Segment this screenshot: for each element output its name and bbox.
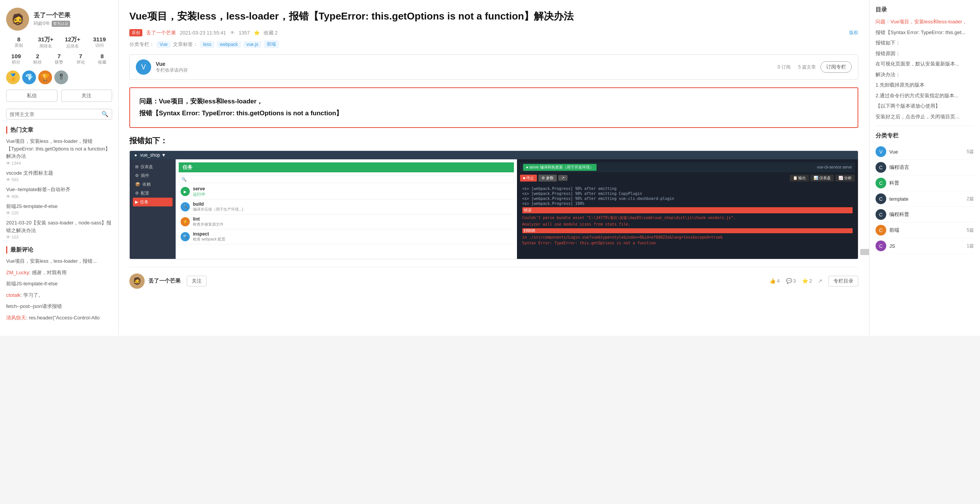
hot-article-link-2[interactable]: vscode 文件图标主题 [6,170,53,176]
task-lint-info: lint 检查并修复源文件 [193,216,223,227]
hot-article-item-3: Vue--template标签--自动补齐 👁 406 [6,186,112,199]
problem-box: 问题：Vue项目，安装less和less-loader， 报错【Syntax E… [129,87,858,128]
output-line-1: <s> [webpack.Progress] 98% after emittin… [522,186,853,191]
toc-item-10[interactable]: 安装好之后，点击停止，关闭项目页... [876,113,974,121]
private-message-button[interactable]: 私信 [6,90,57,102]
stop-button[interactable]: ■ 停止 [520,175,537,182]
tag-link-vue[interactable]: Vue [157,41,171,48]
toc-item-3[interactable]: 报错如下： [876,39,974,47]
dashboard-icon: ⊞ [135,164,139,169]
tasks-icon: ▶ [135,200,138,205]
nav-deps[interactable]: 📦依赖 [133,180,173,189]
hot-article-link-1[interactable]: Vue项目，安装less，less-loader，报错【TypeError: t… [6,138,110,159]
classify-item-vue[interactable]: V Vue 5篇 [876,144,974,160]
hot-article-item-5: 2021-03-20【安装 sass-loader，node-sass】报错之解… [6,219,112,239]
nav-tasks[interactable]: ▶任务 [133,198,173,206]
hot-article-item-2: vscode 文件图标主题 👁 593 [6,169,112,182]
output-tab[interactable]: 📋 输出 [790,175,809,182]
share-action[interactable]: ↗ [818,278,822,284]
vue-ui-topbar: ● vue_shop ▼ [130,151,858,159]
task-build[interactable]: 🔨 build 编译并压缩（用于生产环境...) [179,200,514,214]
toc-item-7[interactable]: 1.先卸载掉原先的版本 [876,81,974,89]
comment-action[interactable]: 💬 3 [786,278,796,284]
nav-config[interactable]: ⚙配置 [133,189,173,198]
follow-button[interactable]: 关注 [61,90,113,102]
tag-link-frontend[interactable]: 前端 [264,40,279,48]
search-input[interactable] [10,111,101,117]
toc-item-5[interactable]: 在可视化页面里，默认安装最新版本... [876,60,974,68]
open-button[interactable]: ↗ [558,175,567,181]
class-label: 分类专栏： [129,41,154,48]
task-inspect[interactable]: 🔍 inspect 检查 webpack 配置 [179,229,514,244]
code-age: 码龄0年 [34,20,50,27]
task-lint[interactable]: ⚡ lint 检查并修复源文件 [179,214,514,229]
stats-grid-2: 109 积分 2 粉丝 7 获赞 7 评论 8 收藏 [6,53,112,65]
search-box: 🔍 [6,109,112,119]
classify-item-science[interactable]: C 科普 [876,175,974,191]
tag-link-less[interactable]: less [200,41,214,48]
classify-icon-vue: V [876,146,886,157]
inspect-icon: 🔍 [181,232,190,241]
tag-link-vuejs[interactable]: vue.js [243,41,261,48]
toc-item-1[interactable]: 问题：Vue项目，安装less和less-loader， [876,18,974,26]
nav-plugins[interactable]: ⚙插件 [133,171,173,180]
comment-item-5: fetch--post--json请求报错 [6,303,112,310]
task-search-input[interactable] [179,176,514,183]
rank-icon-4: 🎖 [54,70,68,84]
hot-article-link-5[interactable]: 2021-03-20【安装 sass-loader，node-sass】报错之解… [6,220,111,233]
hot-article-link-3[interactable]: Vue--template标签--自动补齐 [6,187,70,192]
search-icon[interactable]: 🔍 [101,111,109,118]
toc-item-6[interactable]: 解决办法： [876,71,974,79]
error-badge: 错误 [522,207,853,213]
toc-item-9[interactable]: 【以下两个版本请放心使用】 [876,102,974,110]
classify-item-js[interactable]: C JS 1篇 [876,238,974,254]
stat-favorites: 8 收藏 [92,53,112,65]
classify-name-code-science: 编程科普 [889,211,971,218]
article-meta: 原创 丢了一个芒果 2021-03-23 11:55:41 👁 1357 ⭐ 收… [129,29,858,36]
classify-item-frontend[interactable]: C 前端 5篇 [876,223,974,238]
task-serve[interactable]: ▶ serve 运行中 [179,184,514,200]
analyze-tab[interactable]: 📈 分析 [835,175,855,182]
copyright-link[interactable]: 版权 [849,29,858,36]
deps-icon: 📦 [135,182,140,187]
rank-icon-3: 🏆 [38,70,52,84]
catalog-button[interactable]: 专栏目录 [828,276,858,286]
bottom-author-avatar: 🧔 [129,273,145,289]
hot-article-item-4: 前端JS-template-if-else 👁 220 [6,203,112,216]
serve-command: vue-cli-service serve [817,165,852,169]
params-button[interactable]: ⚙ 参数 [538,175,557,182]
problem-text-2: 报错【Syntax Error: TypeError: this.getOpti… [139,108,848,119]
hot-article-meta-3: 👁 406 [6,194,112,199]
specialist-name: Vue [156,61,188,67]
classify-icon-js: C [876,241,886,251]
like-action[interactable]: 👍 4 [770,278,779,284]
toc-item-2[interactable]: 报错【Syntax Error: TypeError: this.get... [876,29,974,36]
hot-article-link-4[interactable]: 前端JS-template-if-else [6,203,57,209]
dashboard-tab[interactable]: 📊 仪表盘 [810,175,834,182]
serve-icon: ▶ [181,187,190,196]
nav-dashboard[interactable]: ⊞仪表盘 [133,162,173,171]
star-action[interactable]: ⭐ 2 [802,278,812,284]
edge-tab-catalog[interactable]: 目录 [860,249,869,255]
classify-item-lang[interactable]: C 编程语言 [876,160,974,175]
author-link[interactable]: 丢了一个芒果 [146,29,176,36]
comment-item-4: ctotalk: 学习了。 [6,291,112,299]
article-title: Vue项目，安装less，less-loader，报错【TypeError: t… [129,9,858,23]
specialist-banner: V Vue 专栏收录该内容 0 订阅 5 篇文章 订阅专栏 [129,54,858,80]
toc-item-8[interactable]: 2.通过命令行的方式安装指定的版本... [876,92,974,100]
stat-score: 109 积分 [6,53,26,65]
subscribe-button[interactable]: 订阅专栏 [820,61,852,73]
classify-item-template[interactable]: C template 2篇 [876,191,974,207]
right-edge-tabs: 目录 [860,249,869,255]
stat-visits: 3119 访问 [87,36,112,49]
serve-label: ● serve 编译和热更新（用于开发环境） [523,164,597,171]
classify-icon-template: C [876,193,886,204]
output-controls: ■ 停止 ⚙ 参数 ↗ 📋 输出 📊 仪表盘 📈 分析 [520,175,855,182]
toc-item-4[interactable]: 报错原因： [876,50,974,57]
build-icon: 🔨 [181,202,190,211]
tag-link-webpack[interactable]: webpack [217,41,241,48]
classify-icon-science: C [876,178,886,188]
bottom-follow-button[interactable]: 关注 [187,276,207,286]
classify-item-code-science[interactable]: C 编程科普 [876,207,974,223]
bottom-author-row: 🧔 丢了一个芒果 关注 👍 4 💬 3 ⭐ 2 ↗ 专栏目录 [129,267,858,295]
